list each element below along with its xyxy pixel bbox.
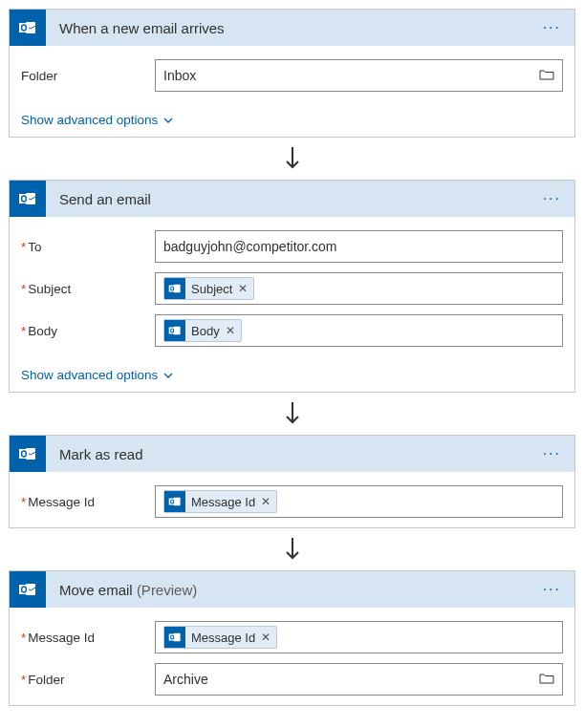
outlook-icon <box>10 10 46 46</box>
field-value: Inbox <box>163 68 196 83</box>
token-label: Body <box>191 324 220 338</box>
card-body: Folder Inbox Show advanced options <box>10 46 574 137</box>
field-label: *Message Id <box>21 495 155 509</box>
card-header[interactable]: Send an email ··· <box>10 181 574 217</box>
field-label: *Subject <box>21 282 155 296</box>
field-label: *Message Id <box>21 631 155 645</box>
token-message-id[interactable]: Message Id ✕ <box>163 626 277 649</box>
to-input[interactable]: badguyjohn@competitor.com <box>155 230 563 263</box>
card-body: *Message Id Message Id ✕ *Folder Archive <box>10 608 574 705</box>
message-id-input[interactable]: Message Id ✕ <box>155 485 563 518</box>
card-title: Move email (Preview) <box>46 582 539 598</box>
row-folder: *Folder Archive <box>21 663 563 696</box>
token-message-id[interactable]: Message Id ✕ <box>163 490 277 513</box>
card-body: *To badguyjohn@competitor.com *Subject S… <box>10 217 574 392</box>
folder-picker-icon[interactable] <box>539 68 554 83</box>
show-advanced-link[interactable]: Show advanced options <box>21 113 175 127</box>
flow-arrow <box>9 528 575 570</box>
show-advanced-link[interactable]: Show advanced options <box>21 368 175 382</box>
card-menu-icon[interactable]: ··· <box>539 581 565 598</box>
body-input[interactable]: Body ✕ <box>155 314 563 347</box>
outlook-icon <box>164 278 185 299</box>
row-body: *Body Body ✕ <box>21 314 563 347</box>
card-send-email: Send an email ··· *To badguyjohn@competi… <box>9 180 575 393</box>
message-id-input[interactable]: Message Id ✕ <box>155 621 563 653</box>
field-label: Folder <box>21 69 155 83</box>
card-move-email: Move email (Preview) ··· *Message Id Mes… <box>9 570 575 706</box>
card-menu-icon[interactable]: ··· <box>539 445 565 462</box>
card-header[interactable]: Mark as read ··· <box>10 436 574 472</box>
row-folder: Folder Inbox <box>21 59 563 92</box>
row-message-id: *Message Id Message Id ✕ <box>21 621 563 653</box>
row-message-id: *Message Id Message Id ✕ <box>21 485 563 518</box>
token-subject[interactable]: Subject ✕ <box>163 277 254 300</box>
card-mark-read: Mark as read ··· *Message Id Message Id … <box>9 435 575 528</box>
card-trigger-email: When a new email arrives ··· Folder Inbo… <box>9 9 575 138</box>
preview-tag: (Preview) <box>137 582 197 598</box>
subject-input[interactable]: Subject ✕ <box>155 272 563 305</box>
card-header[interactable]: Move email (Preview) ··· <box>10 571 574 608</box>
outlook-icon <box>10 571 46 608</box>
folder-picker-icon[interactable] <box>539 672 554 687</box>
flow-arrow <box>9 393 575 435</box>
card-title: When a new email arrives <box>46 20 539 36</box>
card-title: Mark as read <box>46 446 539 462</box>
token-label: Message Id <box>191 495 255 509</box>
row-to: *To badguyjohn@competitor.com <box>21 230 563 263</box>
card-header[interactable]: When a new email arrives ··· <box>10 10 574 46</box>
token-label: Message Id <box>191 631 255 645</box>
token-remove-icon[interactable]: ✕ <box>261 631 270 644</box>
token-remove-icon[interactable]: ✕ <box>226 324 235 337</box>
outlook-icon <box>10 181 46 217</box>
card-menu-icon[interactable]: ··· <box>539 190 565 207</box>
card-title: Send an email <box>46 191 539 207</box>
token-remove-icon[interactable]: ✕ <box>261 495 270 508</box>
card-body: *Message Id Message Id ✕ <box>10 472 574 527</box>
field-label: *Folder <box>21 673 155 687</box>
field-label: *Body <box>21 324 155 338</box>
field-label: *To <box>21 240 155 254</box>
outlook-icon <box>164 627 185 648</box>
folder-input[interactable]: Inbox <box>155 59 563 92</box>
flow-arrow <box>9 138 575 180</box>
outlook-icon <box>164 491 185 512</box>
row-subject: *Subject Subject ✕ <box>21 272 563 305</box>
card-menu-icon[interactable]: ··· <box>539 19 565 36</box>
outlook-icon <box>164 320 185 341</box>
token-body[interactable]: Body ✕ <box>163 319 242 342</box>
folder-input[interactable]: Archive <box>155 663 563 696</box>
field-value: Archive <box>163 672 208 687</box>
outlook-icon <box>10 436 46 472</box>
token-remove-icon[interactable]: ✕ <box>238 282 248 295</box>
field-value: badguyjohn@competitor.com <box>163 239 337 254</box>
token-label: Subject <box>191 282 232 296</box>
